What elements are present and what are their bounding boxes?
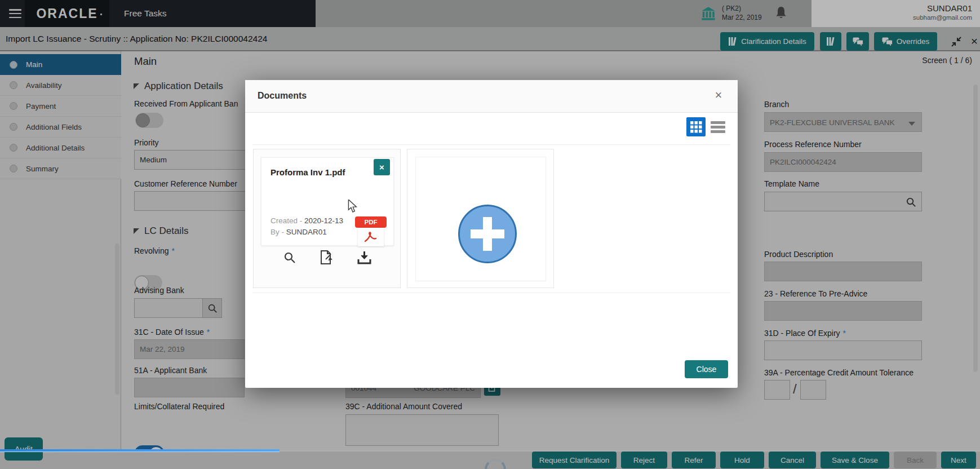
document-created: Created - 2020-12-13 bbox=[271, 216, 343, 225]
grid-icon bbox=[690, 121, 702, 133]
document-tile[interactable]: Proforma Inv 1.pdf × Created - 2020-12-1… bbox=[261, 157, 394, 246]
edit-document-icon[interactable] bbox=[319, 250, 334, 266]
modal-close-button[interactable]: Close bbox=[685, 360, 728, 378]
grid-view-toggle[interactable] bbox=[686, 117, 706, 136]
mouse-cursor bbox=[347, 200, 359, 213]
modal-title: Documents bbox=[258, 91, 307, 101]
document-name: Proforma Inv 1.pdf bbox=[271, 167, 345, 177]
modal-header bbox=[245, 80, 738, 113]
pdf-icon: PDF bbox=[355, 216, 387, 246]
download-document-icon[interactable] bbox=[357, 250, 372, 265]
document-author: By - SUNDAR01 bbox=[271, 228, 327, 236]
modal-close-icon[interactable]: × bbox=[712, 88, 725, 103]
document-card: Proforma Inv 1.pdf × Created - 2020-12-1… bbox=[253, 149, 401, 288]
remove-document-button[interactable]: × bbox=[374, 159, 390, 175]
divider bbox=[252, 144, 730, 145]
document-actions bbox=[254, 250, 401, 266]
documents-modal: Documents × Proforma Inv 1.pdf × bbox=[245, 80, 738, 388]
divider bbox=[252, 293, 730, 293]
add-document-card bbox=[407, 149, 554, 288]
list-view-toggle[interactable] bbox=[711, 121, 725, 133]
add-document-dropzone[interactable] bbox=[415, 157, 546, 281]
app-screen: ORACLE Free Tasks ( PK2) Mar 22, 2019 SU… bbox=[0, 0, 980, 469]
preview-document-icon[interactable] bbox=[283, 251, 296, 264]
add-document-plus-icon[interactable] bbox=[458, 205, 517, 263]
